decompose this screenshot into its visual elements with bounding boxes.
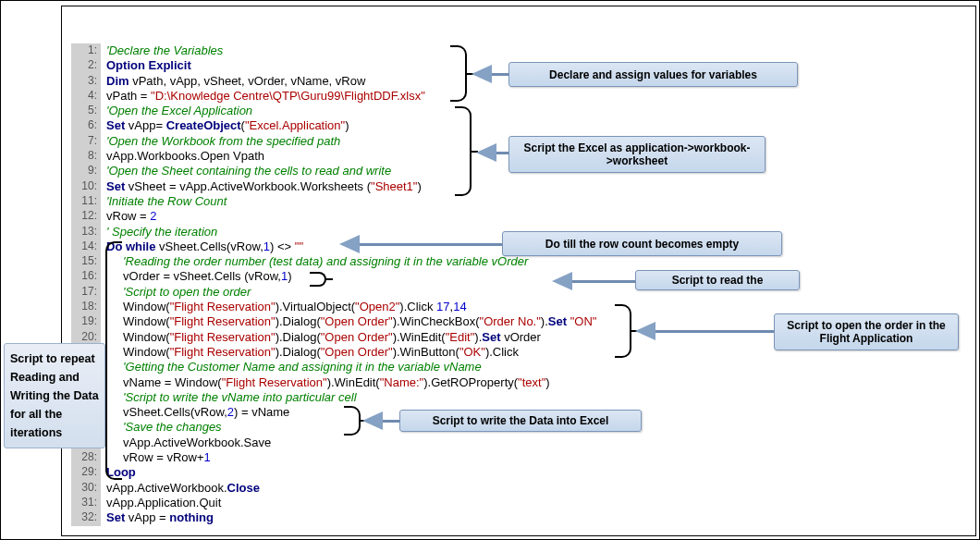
- line-code: 'Script to write the vName into particul…: [106, 390, 968, 405]
- line-number: 30:: [71, 481, 101, 496]
- callout-dowhile: Do till the row count becomes empty: [502, 231, 782, 256]
- arrow-read-line: [572, 280, 637, 283]
- line-code: 'Initiate the Row Count: [106, 194, 968, 209]
- line-number: 19:: [71, 314, 101, 329]
- arrow-excel: [476, 143, 496, 162]
- code-line: 30:vApp.ActiveWorkbook.Close: [71, 481, 968, 496]
- line-number: 1:: [71, 43, 101, 58]
- line-code: vName = Window("Flight Reservation").Win…: [106, 375, 968, 390]
- code-line: 1:'Declare the Variables: [71, 43, 968, 58]
- line-number: 4:: [71, 89, 101, 104]
- arrow-read: [552, 272, 572, 290]
- code-line: 6:Set vApp= CreateObject("Excel.Applicat…: [71, 118, 968, 133]
- code-line: 27: vApp.ActiveWorkbook.Save: [71, 436, 968, 450]
- line-code: Set vApp= CreateObject("Excel.Applicatio…: [106, 118, 968, 133]
- arrow-declare: [472, 65, 492, 83]
- line-number: 5:: [71, 104, 101, 118]
- line-code: 'Open the Excel Application: [106, 104, 968, 118]
- line-code: 'Getting the Customer Name and assigning…: [106, 360, 968, 374]
- code-line: 10:Set vSheet = vApp.ActiveWorkbook.Work…: [71, 179, 968, 194]
- line-code: 'Script to open the order: [106, 285, 968, 300]
- brace-read: [310, 272, 326, 287]
- callout-write: Script to write the Data into Excel: [399, 410, 642, 432]
- line-code: vApp.ActiveWorkbook.Close: [106, 481, 968, 496]
- line-number: 8:: [71, 149, 101, 164]
- line-number: 14:: [71, 239, 101, 254]
- callout-openorder: Script to open the order in the Flight A…: [774, 313, 959, 350]
- line-number: 29:: [71, 465, 101, 480]
- code-line: 16: vOrder = vSheet.Cells (vRow,1): [71, 269, 968, 284]
- brace-write: [344, 406, 361, 436]
- arrow-write: [362, 411, 383, 430]
- line-number: 16:: [71, 269, 101, 284]
- code-line: 15: 'Reading the order number (test data…: [71, 254, 968, 269]
- callout-read: Script to read the: [635, 270, 800, 290]
- line-code: Loop: [106, 465, 968, 480]
- line-code: vPath = "D:\Knowledge Centre\QTP\Guru99\…: [106, 89, 968, 104]
- line-code: Set vApp = nothing: [106, 510, 968, 525]
- line-number: 28:: [71, 450, 101, 465]
- code-line: 4:vPath = "D:\Knowledge Centre\QTP\Guru9…: [71, 89, 968, 104]
- code-line: 12:vRow = 2: [71, 209, 968, 224]
- line-number: 7:: [71, 134, 101, 149]
- line-number: 15:: [71, 254, 101, 269]
- callout-declare: Declare and assign values for variables: [508, 62, 798, 87]
- code-line: 22: 'Getting the Customer Name and assig…: [71, 360, 968, 374]
- line-code: 'Reading the order number (test data) an…: [106, 254, 968, 269]
- line-number: 31:: [71, 496, 101, 510]
- arrow-openorder-line: [655, 330, 776, 333]
- brace-excel: [455, 106, 472, 196]
- code-line: 24: 'Script to write the vName into part…: [71, 390, 968, 405]
- line-number: 9:: [71, 164, 101, 178]
- line-code: vApp.ActiveWorkbook.Save: [106, 436, 968, 450]
- line-number: 32:: [71, 510, 101, 525]
- code-line: 32:Set vApp = nothing: [71, 510, 968, 525]
- line-code: Set vSheet = vApp.ActiveWorkbook.Workshe…: [106, 179, 968, 194]
- line-number: 10:: [71, 179, 101, 194]
- code-line: 18: Window("Flight Reservation").Virtual…: [71, 300, 968, 314]
- code-line: 17: 'Script to open the order: [71, 285, 968, 300]
- brace-loop: [105, 241, 122, 480]
- line-code: vApp.Application.Quit: [106, 496, 968, 510]
- line-code: vOrder = vSheet.Cells (vRow,1): [106, 269, 968, 284]
- line-code: Window("Flight Reservation").VirtualObje…: [106, 300, 968, 314]
- code-line: 23: vName = Window("Flight Reservation")…: [71, 375, 968, 390]
- brace-openorder: [615, 304, 631, 358]
- brace-declare: [450, 45, 467, 102]
- arrow-write-line: [383, 420, 401, 423]
- code-line: 29:Loop: [71, 465, 968, 480]
- line-code: vRow = vRow+1: [106, 450, 968, 465]
- code-line: 5:'Open the Excel Application: [71, 104, 968, 118]
- line-number: 11:: [71, 194, 101, 209]
- code-frame: 1:'Declare the Variables2:Option Explici…: [61, 6, 976, 536]
- callout-side: Script to repeat Reading and Writing the…: [4, 343, 105, 448]
- code-line: 28: vRow = vRow+1: [71, 450, 968, 465]
- code-listing: 1:'Declare the Variables2:Option Explici…: [71, 43, 968, 526]
- line-number: 13:: [71, 225, 101, 239]
- line-number: 2:: [71, 58, 101, 73]
- line-number: 6:: [71, 118, 101, 133]
- line-number: 17:: [71, 285, 101, 300]
- line-number: 12:: [71, 209, 101, 224]
- callout-excel: Script the Excel as application->workboo…: [508, 136, 766, 173]
- arrow-declare-line: [492, 73, 510, 76]
- line-number: 3:: [71, 74, 101, 89]
- arrow-dowhile: [339, 235, 360, 253]
- code-line: 31:vApp.Application.Quit: [71, 496, 968, 510]
- arrow-openorder: [635, 322, 655, 340]
- line-code: vRow = 2: [106, 209, 968, 224]
- arrow-dowhile-line: [360, 243, 503, 246]
- line-number: 18:: [71, 300, 101, 314]
- code-line: 11:'Initiate the Row Count: [71, 194, 968, 209]
- line-code: 'Declare the Variables: [106, 43, 968, 58]
